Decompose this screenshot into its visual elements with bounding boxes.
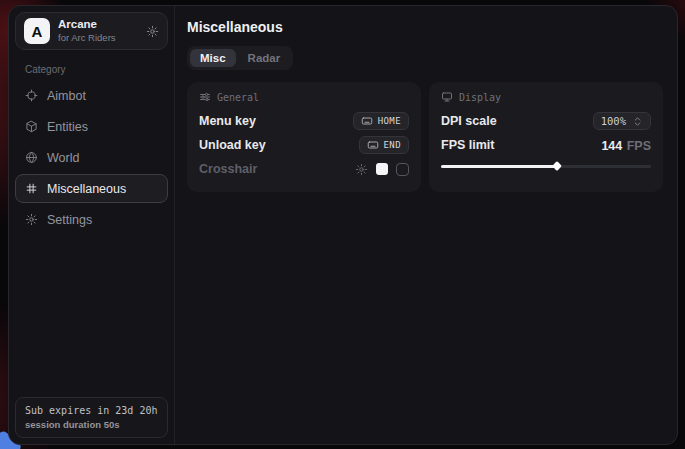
dpi-scale-value: 100% (601, 115, 626, 127)
fps-limit-value: 144 (601, 139, 622, 153)
dpi-scale-label: DPI scale (441, 114, 497, 128)
keyboard-icon (367, 139, 379, 151)
sidebar-item-aimbot[interactable]: Aimbot (15, 81, 168, 110)
keyboard-icon (361, 115, 373, 127)
app-settings-gear-icon[interactable] (146, 25, 159, 38)
menu-key-row: Menu key HOME (199, 109, 409, 133)
sidebar-item-settings[interactable]: Settings (15, 205, 168, 234)
menu-key-button[interactable]: HOME (353, 112, 409, 130)
app-window: A Arcane for Arc Riders Category (8, 5, 678, 445)
settings-cards: General Menu key HOME Unload key (187, 82, 663, 192)
display-card-header: Display (441, 91, 651, 103)
tab-bar: Misc Radar (187, 46, 293, 70)
menu-key-label: Menu key (199, 114, 256, 128)
menu-key-value: HOME (378, 116, 401, 126)
unload-key-value: END (384, 140, 401, 150)
tab-radar[interactable]: Radar (238, 49, 291, 67)
fps-slider-fill (441, 165, 557, 168)
category-label: Category (25, 64, 168, 75)
sidebar-item-label: Miscellaneous (47, 182, 126, 196)
unload-key-row: Unload key END (199, 133, 409, 157)
app-logo: A (24, 18, 50, 44)
general-card-title: General (217, 92, 259, 103)
fps-limit-unit: FPS (627, 139, 651, 153)
sidebar-nav: Aimbot Entities World (15, 81, 168, 234)
fps-limit-slider[interactable] (441, 160, 651, 172)
unload-key-button[interactable]: END (359, 136, 409, 154)
app-subtitle: for Arc Riders (58, 32, 116, 43)
display-card: Display DPI scale 100% FPS limit (429, 82, 663, 192)
sub-expires-text: Sub expires in 23d 20h (25, 405, 158, 416)
sliders-icon (199, 91, 211, 103)
gear-icon (25, 213, 38, 226)
session-duration-text: session duration 50s (25, 419, 158, 430)
fps-limit-row: FPS limit 144 FPS (441, 133, 651, 157)
sidebar-item-label: Entities (47, 120, 88, 134)
main-content: Miscellaneous Misc Radar General Menu ke… (175, 6, 677, 444)
chevrons-up-down-icon (632, 116, 643, 127)
sidebar-item-label: World (47, 151, 79, 165)
app-name: Arcane (58, 18, 116, 32)
page-title: Miscellaneous (187, 19, 663, 35)
crosshair-controls (355, 163, 409, 176)
tab-misc[interactable]: Misc (190, 49, 236, 67)
app-card: A Arcane for Arc Riders (15, 12, 168, 50)
globe-icon (25, 151, 38, 164)
sidebar-item-label: Settings (47, 213, 92, 227)
display-card-title: Display (459, 92, 501, 103)
crosshair-color-swatch[interactable] (376, 163, 388, 175)
fps-limit-readout: 144 FPS (601, 136, 651, 154)
cube-icon (25, 120, 38, 133)
fps-limit-label: FPS limit (441, 138, 494, 152)
fps-slider-thumb[interactable] (552, 161, 562, 171)
app-meta: Arcane for Arc Riders (58, 18, 116, 43)
crosshair-checkbox[interactable] (396, 163, 409, 176)
dpi-scale-select[interactable]: 100% (593, 112, 651, 130)
crosshair-label: Crosshair (199, 162, 257, 176)
monitor-icon (441, 91, 453, 103)
sidebar-item-world[interactable]: World (15, 143, 168, 172)
sidebar-item-label: Aimbot (47, 89, 86, 103)
crosshair-icon (25, 89, 38, 102)
dpi-scale-row: DPI scale 100% (441, 109, 651, 133)
general-card: General Menu key HOME Unload key (187, 82, 421, 192)
crosshair-row: Crosshair (199, 157, 409, 181)
sidebar-item-miscellaneous[interactable]: Miscellaneous (15, 174, 168, 203)
subscription-info-card: Sub expires in 23d 20h session duration … (15, 397, 168, 438)
unload-key-label: Unload key (199, 138, 266, 152)
sidebar-item-entities[interactable]: Entities (15, 112, 168, 141)
crosshair-settings-gear-icon[interactable] (355, 163, 368, 176)
sidebar: A Arcane for Arc Riders Category (9, 6, 175, 444)
grid-icon (25, 182, 38, 195)
general-card-header: General (199, 91, 409, 103)
